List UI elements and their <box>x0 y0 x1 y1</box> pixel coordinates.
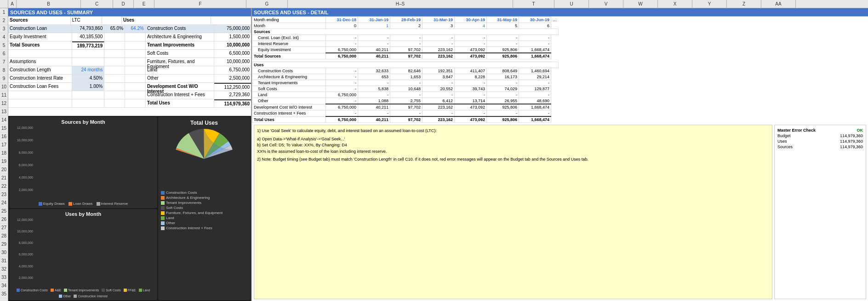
col-c: C <box>81 0 113 8</box>
row-18: 18 <box>0 149 8 157</box>
sources-value-ec: 114,979,360 <box>840 145 863 149</box>
row-interest-reserve: Interest Reserve - - - - - - - <box>252 41 559 47</box>
row-15: 15 <box>0 124 8 133</box>
pie-chart-title: Total Uses <box>190 120 218 126</box>
col-a: A <box>8 0 17 8</box>
row-2: 2 <box>0 17 8 25</box>
sources-label-ec: Sources <box>777 145 793 149</box>
bottom-right-panels: 1) Use 'Goal Seek' to calculate equity, … <box>252 123 868 301</box>
sources-by-month-chart: Sources by Month 12,000,000 10,000,000 8… <box>9 117 157 208</box>
uses-header-label: Uses <box>122 17 211 24</box>
row-const-loan-excl: Const. Loan (Excl. Int) - - - - - - - <box>252 35 559 41</box>
detail-title: SOURCES AND USES - DETAIL <box>252 8 868 17</box>
pie-chart-svg <box>174 129 234 189</box>
col-x: X <box>658 0 692 8</box>
row-24: 24 <box>0 199 8 207</box>
row-19: 19 <box>0 157 8 166</box>
row-equity-investment-detail: Equity Investment 6,750,000 40,211 97,70… <box>252 47 559 53</box>
row-29: 29 <box>0 240 8 249</box>
row-28: 28 <box>0 232 8 240</box>
row-7: 7 <box>0 58 8 66</box>
row-20: 20 <box>0 166 8 174</box>
month-label: Month <box>252 23 326 29</box>
row-other-detail: Other - 1,088 2,755 6,412 13,714 26,955 … <box>252 98 559 104</box>
notes-box: 1) Use 'Goal Seek' to calculate equity, … <box>254 125 772 299</box>
budget-value: 114,979,360 <box>840 133 863 138</box>
row-soft-costs-detail: Soft Costs - 5,838 10,648 20,552 39,743 … <box>252 86 559 92</box>
row-ffe: Assumptions Furniture, Fixtures, and Equ… <box>8 58 251 66</box>
row-total-sources: Total Sources 189,773,219 Tenant Improve… <box>8 41 251 50</box>
error-check-title: Master Error Check <box>777 128 816 133</box>
spreadsheet-area: SOURCES AND USES - SUMMARY Sources LTC U… <box>8 8 868 301</box>
ltc-header: LTC <box>71 17 102 24</box>
uses-header-value <box>211 17 251 24</box>
uses-value-ec: 114,979,360 <box>840 139 863 144</box>
detail-table: Month ending 31-Dec-18 31-Jan-19 28-Feb-… <box>252 17 559 123</box>
col-w: W <box>623 0 658 8</box>
error-check-box: Master Error Check OK Budget 114,979,360… <box>774 125 866 299</box>
empty-row-15 <box>8 108 251 116</box>
row-9: 9 <box>0 75 8 83</box>
row-32: 32 <box>0 265 8 273</box>
col-y: Y <box>692 0 727 8</box>
uses-chart-legend: Construction Costs A&E Tenant Improvemen… <box>11 289 155 298</box>
row-14: 14 <box>0 116 8 124</box>
row-26: 26 <box>0 215 8 224</box>
row-4: 4 <box>0 33 8 41</box>
uses-label-ec: Uses <box>777 139 787 144</box>
row-31: 31 <box>0 257 8 265</box>
sources-section-header: Sources <box>252 29 559 35</box>
row-25: 25 <box>0 207 8 215</box>
row-soft-costs: Soft Costs 6,500,000 <box>8 50 251 58</box>
row-land: Construction Length 24 months Land 6,750… <box>8 66 251 75</box>
row-33: 33 <box>0 273 8 282</box>
spreadsheet-wrapper: A B C D E F G H–S T U V W X Y Z AA 1 2 3… <box>0 0 868 301</box>
uses-y-axis: 12,000,000 10,000,000 8,000,000 6,000,00… <box>11 218 34 288</box>
row-construction-costs-detail: Construction Costs - 32,633 82,646 192,3… <box>252 68 559 74</box>
row-22: 22 <box>0 182 8 191</box>
error-check-ok: OK <box>857 128 863 133</box>
row-const-int-fees-detail: Construction Interest + Fees - - - - - -… <box>252 110 559 117</box>
col-v: V <box>589 0 623 8</box>
right-panel: SOURCES AND USES - DETAIL Month ending 3… <box>252 8 868 301</box>
row-dev-cost-detail: Development Cost W/O Interest 6,750,000 … <box>252 104 559 110</box>
row-27: 27 <box>0 224 8 232</box>
row-construction-loan: Construction Loan 74,793,860 65.0% 64.2%… <box>8 25 251 33</box>
row-11: 11 <box>0 91 8 99</box>
row-3: 3 <box>0 25 8 33</box>
col-d: D <box>113 0 134 8</box>
col-h-s: H–S <box>288 0 513 8</box>
row-17: 17 <box>0 141 8 149</box>
row-12: 12 <box>0 99 8 108</box>
uses-section-header: Uses <box>252 62 559 68</box>
row-1: 1 <box>0 8 8 17</box>
col-t: T <box>513 0 554 8</box>
sources-chart-legend: Equity Draws Loan Draws Interest Reserve <box>11 202 155 206</box>
sources-uses-header: Sources LTC Uses <box>8 17 251 25</box>
row-30: 30 <box>0 249 8 257</box>
col-u: U <box>554 0 589 8</box>
row-5: 5 <box>0 41 8 50</box>
col-z: Z <box>727 0 761 8</box>
row-21: 21 <box>0 174 8 182</box>
row-35: 35 <box>0 290 8 298</box>
col-aa: AA <box>761 0 796 8</box>
row-8: 8 <box>0 66 8 75</box>
total-uses-pie-chart: Total Uses <box>158 117 250 300</box>
row-equity: Equity Investment 40,185,500 Architectur… <box>8 33 251 41</box>
row-16: 16 <box>0 133 8 141</box>
col-e: E <box>134 0 154 8</box>
row-total-uses: Total Uses 114,979,360 <box>8 99 251 108</box>
row-10: 10 <box>0 83 8 91</box>
row-total-uses-detail: Total Uses 6,750,000 40,211 97,702 223,1… <box>252 116 559 123</box>
budget-label: Budget <box>777 133 791 138</box>
row-ae-detail: Architecture & Engineering - 653 1,653 3… <box>252 74 559 80</box>
row-other: Construction Interest Rate 4.50% Other 2… <box>8 75 251 83</box>
row-6: 6 <box>0 50 8 58</box>
pie-legend: Construction Costs Architecture & Engine… <box>161 191 247 230</box>
row-numbers: 1 2 3 4 5 6 7 8 9 10 11 12 13 14 15 16 1… <box>0 8 8 301</box>
row-23: 23 <box>0 191 8 199</box>
month-ending-label: Month ending <box>252 17 326 23</box>
column-headers: A B C D E F G H–S T U V W X Y Z AA <box>0 0 868 8</box>
col-b: B <box>17 0 81 8</box>
